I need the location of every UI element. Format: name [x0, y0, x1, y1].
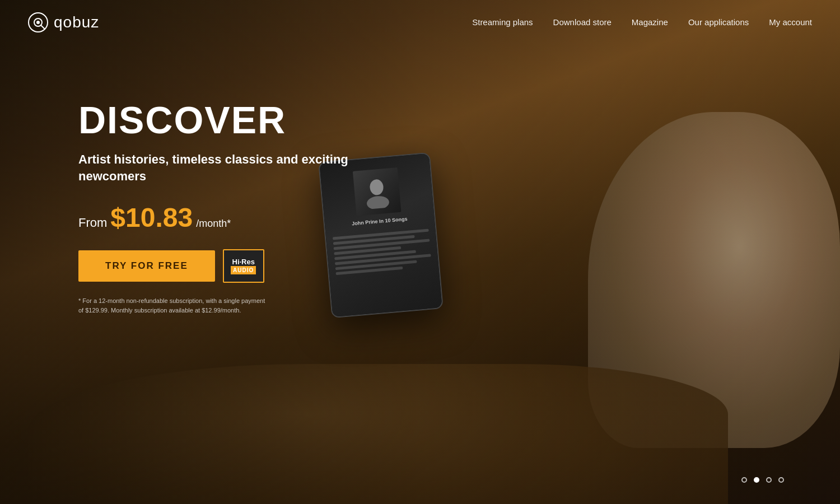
price-from-label: From	[78, 216, 107, 230]
price-row: From $10.83 /month*	[78, 204, 392, 231]
carousel-dot-2[interactable]	[754, 477, 759, 483]
nav-links: Streaming plans Download store Magazine …	[472, 17, 812, 27]
price-suffix: /month*	[196, 218, 231, 230]
carousel-dot-1[interactable]	[741, 477, 747, 483]
try-for-free-button[interactable]: TRY FOR FREE	[78, 250, 215, 282]
logo-link[interactable]: qobuz	[28, 12, 99, 32]
carousel-dot-3[interactable]	[766, 477, 772, 483]
carousel-dot-4[interactable]	[778, 477, 784, 483]
carousel-dots	[741, 477, 784, 483]
svg-point-4	[36, 21, 40, 24]
hero-content: DISCOVER Artist histories, timeless clas…	[78, 101, 392, 315]
nav-item-account: My account	[769, 17, 812, 27]
nav-item-download-store: Download store	[553, 17, 612, 27]
svg-line-5	[41, 25, 45, 29]
hero-title: DISCOVER	[78, 101, 392, 139]
logo-text: qobuz	[54, 13, 99, 31]
nav-link-applications[interactable]: Our applications	[688, 17, 749, 27]
nav-link-streaming-plans[interactable]: Streaming plans	[472, 17, 533, 27]
hires-audio-badge: Hi·Res AUDIO	[223, 249, 264, 283]
qobuz-logo-icon	[28, 12, 48, 32]
price-amount: $10.83	[110, 204, 193, 231]
nav-item-streaming-plans: Streaming plans	[472, 17, 533, 27]
nav-link-account[interactable]: My account	[769, 17, 812, 27]
cta-row: TRY FOR FREE Hi·Res AUDIO	[78, 249, 392, 283]
hires-badge-line2: AUDIO	[231, 266, 256, 274]
hires-badge-line1: Hi·Res	[232, 258, 255, 265]
hero-section: John Prine In 10 Songs qobuz	[0, 0, 840, 504]
nav-link-magazine[interactable]: Magazine	[632, 17, 668, 27]
nav-link-download-store[interactable]: Download store	[553, 17, 612, 27]
main-nav: qobuz Streaming plans Download store Mag…	[0, 0, 840, 45]
nav-item-magazine: Magazine	[632, 17, 668, 27]
hero-subtitle: Artist histories, timeless classics and …	[78, 151, 392, 184]
nav-item-applications: Our applications	[688, 17, 749, 27]
disclaimer-text: * For a 12-month non-refundable subscrip…	[78, 296, 269, 315]
